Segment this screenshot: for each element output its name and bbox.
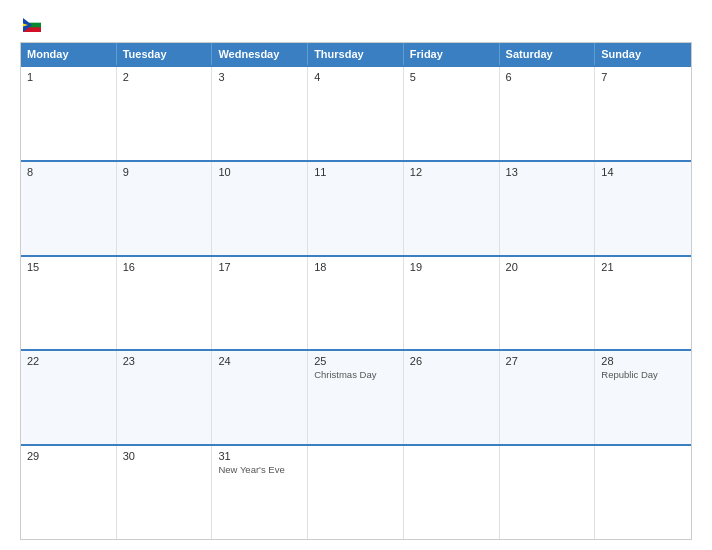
cal-cell-3-5: 19 xyxy=(404,257,500,350)
page: MondayTuesdayWednesdayThursdayFridaySatu… xyxy=(0,0,712,550)
logo-flag-icon xyxy=(23,18,41,32)
cal-cell-1-3: 3 xyxy=(212,67,308,160)
cal-cell-4-3: 24 xyxy=(212,351,308,444)
cal-cell-4-5: 26 xyxy=(404,351,500,444)
day-number: 24 xyxy=(218,355,301,367)
weekday-header-sunday: Sunday xyxy=(595,43,691,65)
day-number: 9 xyxy=(123,166,206,178)
cal-cell-4-4: 25Christmas Day xyxy=(308,351,404,444)
weekday-header-monday: Monday xyxy=(21,43,117,65)
cal-cell-3-4: 18 xyxy=(308,257,404,350)
day-number: 30 xyxy=(123,450,206,462)
day-number: 23 xyxy=(123,355,206,367)
day-number: 13 xyxy=(506,166,589,178)
cal-cell-4-6: 27 xyxy=(500,351,596,444)
day-number: 27 xyxy=(506,355,589,367)
day-number: 21 xyxy=(601,261,685,273)
day-number: 18 xyxy=(314,261,397,273)
cal-cell-1-6: 6 xyxy=(500,67,596,160)
day-number: 14 xyxy=(601,166,685,178)
day-number: 29 xyxy=(27,450,110,462)
cal-cell-1-7: 7 xyxy=(595,67,691,160)
cal-cell-4-1: 22 xyxy=(21,351,117,444)
day-number: 15 xyxy=(27,261,110,273)
cal-cell-4-2: 23 xyxy=(117,351,213,444)
cal-cell-5-7 xyxy=(595,446,691,539)
week-row-3: 15161718192021 xyxy=(21,255,691,350)
day-number: 5 xyxy=(410,71,493,83)
calendar-header xyxy=(20,18,692,32)
cal-cell-2-1: 8 xyxy=(21,162,117,255)
cal-cell-2-5: 12 xyxy=(404,162,500,255)
day-number: 2 xyxy=(123,71,206,83)
cal-cell-3-6: 20 xyxy=(500,257,596,350)
cal-cell-2-4: 11 xyxy=(308,162,404,255)
day-number: 31 xyxy=(218,450,301,462)
calendar-grid: MondayTuesdayWednesdayThursdayFridaySatu… xyxy=(20,42,692,540)
cal-cell-4-7: 28Republic Day xyxy=(595,351,691,444)
day-number: 20 xyxy=(506,261,589,273)
week-row-1: 1234567 xyxy=(21,65,691,160)
cal-cell-3-1: 15 xyxy=(21,257,117,350)
cal-cell-5-6 xyxy=(500,446,596,539)
cal-cell-1-5: 5 xyxy=(404,67,500,160)
event-label: Republic Day xyxy=(601,369,685,380)
day-number: 11 xyxy=(314,166,397,178)
day-number: 6 xyxy=(506,71,589,83)
cal-cell-1-1: 1 xyxy=(21,67,117,160)
cal-cell-1-2: 2 xyxy=(117,67,213,160)
weekday-header-tuesday: Tuesday xyxy=(117,43,213,65)
cal-cell-1-4: 4 xyxy=(308,67,404,160)
day-number: 3 xyxy=(218,71,301,83)
cal-cell-5-5 xyxy=(404,446,500,539)
cal-cell-2-2: 9 xyxy=(117,162,213,255)
weekday-header-thursday: Thursday xyxy=(308,43,404,65)
day-number: 25 xyxy=(314,355,397,367)
weekday-header-friday: Friday xyxy=(404,43,500,65)
day-number: 8 xyxy=(27,166,110,178)
day-number: 1 xyxy=(27,71,110,83)
weekday-header-wednesday: Wednesday xyxy=(212,43,308,65)
event-label: New Year's Eve xyxy=(218,464,301,475)
day-number: 28 xyxy=(601,355,685,367)
day-number: 17 xyxy=(218,261,301,273)
cal-cell-3-2: 16 xyxy=(117,257,213,350)
calendar-body: 1234567891011121314151617181920212223242… xyxy=(21,65,691,539)
day-number: 12 xyxy=(410,166,493,178)
event-label: Christmas Day xyxy=(314,369,397,380)
day-number: 10 xyxy=(218,166,301,178)
logo xyxy=(20,18,41,32)
day-number: 26 xyxy=(410,355,493,367)
cal-cell-3-3: 17 xyxy=(212,257,308,350)
day-number: 22 xyxy=(27,355,110,367)
day-number: 7 xyxy=(601,71,685,83)
cal-cell-2-6: 13 xyxy=(500,162,596,255)
weekday-header: MondayTuesdayWednesdayThursdayFridaySatu… xyxy=(21,43,691,65)
logo-blue-text xyxy=(20,18,41,32)
cal-cell-3-7: 21 xyxy=(595,257,691,350)
week-row-4: 22232425Christmas Day262728Republic Day xyxy=(21,349,691,444)
weekday-header-saturday: Saturday xyxy=(500,43,596,65)
day-number: 16 xyxy=(123,261,206,273)
cal-cell-5-4 xyxy=(308,446,404,539)
week-row-2: 891011121314 xyxy=(21,160,691,255)
cal-cell-2-3: 10 xyxy=(212,162,308,255)
cal-cell-5-1: 29 xyxy=(21,446,117,539)
cal-cell-5-2: 30 xyxy=(117,446,213,539)
day-number: 4 xyxy=(314,71,397,83)
day-number: 19 xyxy=(410,261,493,273)
cal-cell-2-7: 14 xyxy=(595,162,691,255)
week-row-5: 293031New Year's Eve xyxy=(21,444,691,539)
cal-cell-5-3: 31New Year's Eve xyxy=(212,446,308,539)
